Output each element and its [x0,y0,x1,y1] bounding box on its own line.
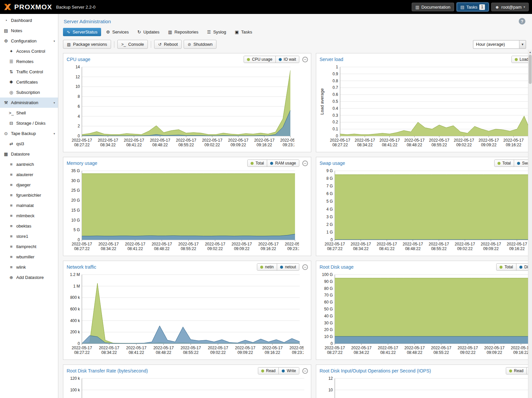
svg-text:2022-05-17: 2022-05-17 [98,138,118,143]
svg-text:2022-05-17: 2022-05-17 [377,242,397,246]
legend-toggle-read[interactable]: Read [258,367,279,374]
sidebar-item-aantreich[interactable]: ≡aantreich [0,159,58,169]
legend-toggle-netin[interactable]: netin [257,264,277,270]
sidebar-item-traffic-control[interactable]: ⇅Traffic Control [0,67,58,77]
user-menu-button[interactable]: ☻ root@pam ▾ [491,3,529,11]
collapse-panel-icon[interactable]: − [302,264,308,270]
scroll-up-arrow[interactable]: ▲ [528,50,532,54]
console-button[interactable]: >_Console [117,40,148,49]
vertical-scrollbar[interactable]: ▲ [528,50,532,398]
sidebar-item-tape-backup[interactable]: ⊙Tape Backup▾ [0,128,58,139]
datastore-icon: ▦ [3,152,9,157]
sidebar-item-wbumiller[interactable]: ≡wbumiller [0,252,58,262]
tab-bar: ∿ServerStatus⚙Services↻Updates▥Repositor… [61,28,527,36]
legend-label: Total [504,265,513,269]
tab-tasks[interactable]: ▣Tasks [231,28,256,36]
sidebar-item-malmalat[interactable]: ≡malmalat [0,200,58,211]
sidebar-item-tlamprecht[interactable]: ≡tlamprecht [0,241,58,252]
tab-updates[interactable]: ↻Updates [134,28,163,36]
svg-text:09:09:22: 09:09:22 [237,350,253,355]
svg-text:08:41:22: 08:41:22 [380,350,396,355]
chart-panel-memory-usage: Memory usageTotalRAM usage−05 G10 G15 G2… [63,157,311,256]
series-color-dot [270,162,273,165]
sidebar-item-mlimbeck[interactable]: ≡mlimbeck [0,211,58,221]
collapse-panel-icon[interactable]: − [302,368,308,374]
legend-toggle-io-wait[interactable]: IO wait [275,56,299,63]
svg-text:2: 2 [78,124,80,128]
legend-toggle-write[interactable]: Write [278,367,299,374]
sidebar-item-store1[interactable]: ≡store1 [0,231,58,241]
tab-services[interactable]: ⚙Services [102,28,133,36]
sidebar-item-label: Notes [11,28,22,33]
sidebar-item-configuration[interactable]: ⚙Configuration▾ [0,36,58,46]
svg-text:2022-05-17: 2022-05-17 [481,242,501,246]
legend-toggle-cpu-usage[interactable]: CPU usage [244,56,275,63]
legend-toggle-total[interactable]: Total [495,160,514,166]
legend-toggle-total[interactable]: Total [248,160,267,166]
database-icon: ≡ [8,254,15,259]
sidebar-item-datastore[interactable]: ▦Datastore [0,149,58,159]
svg-text:8 G: 8 G [326,176,333,181]
sidebar-item-dashboard[interactable]: ◔Dashboard [0,15,58,26]
svg-text:100 G: 100 G [322,272,333,277]
scroll-thumb[interactable] [529,55,532,84]
sidebar-item-remotes[interactable]: ☰Remotes [0,56,58,67]
svg-text:2022-05-17: 2022-05-17 [176,138,197,143]
reboot-button[interactable]: ↺Reboot [154,40,182,49]
legend-toggle-netout[interactable]: netout [277,264,299,270]
sidebar-item-administration[interactable]: ⚒Administration▾ [0,98,58,108]
legend-toggle-total[interactable]: Total [497,264,516,270]
sidebar-item-storage-disks[interactable]: ⊟Storage / Disks [0,118,58,128]
svg-text:2022-05-17: 2022-05-17 [150,138,170,143]
svg-text:09:09:22: 09:09:22 [483,246,499,251]
time-range-select[interactable]: Hour (average) ▼ [473,40,526,49]
sidebar-item-wlink[interactable]: ≡wlink [0,262,58,272]
svg-text:09:02:22: 09:02:22 [456,143,472,147]
sidebar-item-obektas[interactable]: ≡obektas [0,221,58,231]
svg-text:09:16:22: 09:16:22 [513,350,529,355]
svg-text:09:09:22: 09:09:22 [230,143,246,147]
sidebar-item-add-datastore[interactable]: ⊕Add Datastore [0,272,58,283]
chart-canvas: 024681012142022-05-1708:27:222022-05-170… [66,64,294,150]
svg-text:2022-05-17: 2022-05-17 [72,138,92,143]
svg-text:09:02:22: 09:02:22 [460,350,476,355]
sidebar-item-alauterer[interactable]: ≡alauterer [0,169,58,180]
tab-serverstatus[interactable]: ∿ServerStatus [63,28,101,36]
svg-text:90 G: 90 G [324,279,333,284]
sidebar-item-label: aantreich [16,162,34,167]
documentation-button[interactable]: ▥ Documentation [412,3,454,11]
chevron-icon[interactable]: ▾ [53,101,55,104]
chevron-down-icon: ▾ [523,5,525,9]
svg-text:0.2: 0.2 [332,120,338,124]
sidebar-item-certificates[interactable]: ✱Certificates [0,77,58,87]
tab-syslog[interactable]: ☰Syslog [203,28,230,36]
sidebar-item-notes[interactable]: ▤Notes [0,26,58,36]
svg-text:15 G: 15 G [71,208,80,213]
collapse-panel-icon[interactable]: − [302,161,308,166]
chevron-icon[interactable]: ▾ [53,132,55,135]
svg-text:1.2 M: 1.2 M [70,272,80,277]
shutdown-button[interactable]: ⊘Shutdown [184,40,216,49]
chevron-icon[interactable]: ▾ [53,39,55,43]
legend-toggle-read[interactable]: Read [506,367,527,374]
sidebar-item-access-control[interactable]: ✦Access Control [0,46,58,56]
sidebar-item-subscription[interactable]: ◎Subscription [0,87,58,98]
chart-title: Root Disk Input/Output Operations per Se… [320,368,506,373]
legend-label: Read [514,368,524,373]
package-versions-button[interactable]: ▧Package versions [63,40,111,49]
svg-text:08:34:22: 08:34:22 [357,143,373,147]
sidebar-item-qsl3[interactable]: ⇄qsl3 [0,139,58,149]
dashboard-icon: ◔ [3,18,9,23]
sidebar-item-djaeger[interactable]: ≡djaeger [0,180,58,190]
sidebar-item-label: Shell [16,110,26,115]
collapse-panel-icon[interactable]: − [302,57,308,62]
tasks-button[interactable]: ▤ Tasks 1 [457,3,489,11]
legend-toggle-ram-usage[interactable]: RAM usage [267,160,299,166]
svg-text:120 k: 120 k [70,376,80,381]
sidebar-item-shell[interactable]: >_Shell [0,108,58,118]
sidebar-item-fgruenbichler[interactable]: ≡fgruenbichler [0,190,58,200]
svg-text:09:02:22: 09:02:22 [207,246,223,251]
chart-panel-cpu-usage: CPU usageCPU usageIO wait−02468101214202… [63,53,311,152]
help-icon[interactable]: ? [519,18,525,25]
tab-repositories[interactable]: ▥Repositories [164,28,202,36]
